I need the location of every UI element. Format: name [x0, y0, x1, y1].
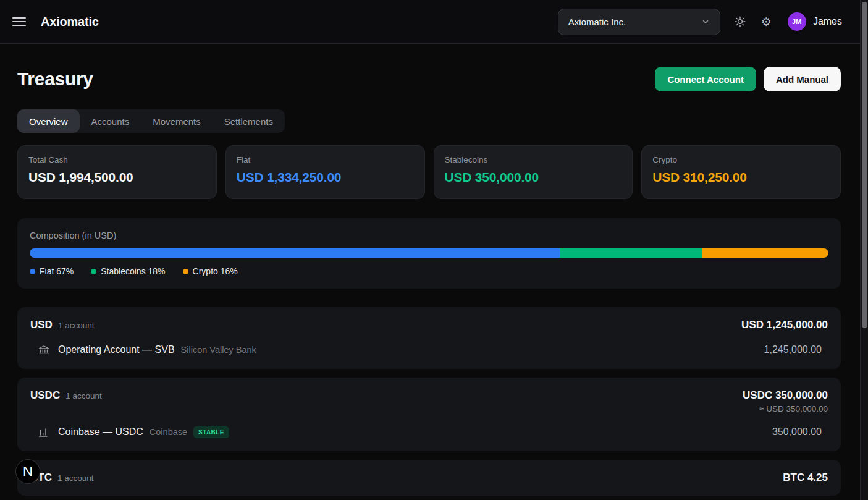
stat-label: Crypto	[652, 155, 830, 164]
account-row-operating-svb[interactable]: Operating Account — SVB Silicon Valley B…	[30, 344, 828, 357]
account-name: Coinbase — USDC	[58, 426, 143, 438]
hamburger-menu-icon[interactable]	[12, 17, 26, 26]
legend-dot	[183, 269, 188, 274]
account-provider: Coinbase	[150, 427, 187, 437]
stable-badge: STABLE	[193, 426, 229, 438]
tab-accounts[interactable]: Accounts	[80, 109, 141, 133]
account-provider: Silicon Valley Bank	[181, 345, 256, 355]
group-header: USDC 1 account USDC 350,000.00 ≈ USD 350…	[30, 389, 828, 413]
composition-title: Composition (in USD)	[30, 231, 828, 240]
app-header: Axiomatic Axiomatic Inc. ⚙ JM James	[0, 0, 868, 44]
tab-settlements[interactable]: Settlements	[213, 109, 285, 133]
group-total: USD 1,245,000.00	[741, 319, 828, 331]
org-selector-dropdown[interactable]: Axiomatic Inc.	[558, 9, 720, 35]
legend-label: Crypto	[193, 266, 218, 276]
page-title: Treasury	[17, 69, 93, 90]
add-manual-button[interactable]: Add Manual	[764, 67, 841, 91]
avatar[interactable]: JM	[788, 12, 806, 31]
bar-chart-icon	[38, 426, 50, 438]
stat-value: USD 1,994,500.00	[28, 170, 206, 185]
composition-legend: Fiat 67% Stablecoins 18% Crypto 16%	[30, 266, 828, 276]
legend-pct: 67%	[56, 266, 74, 276]
main-content: Treasury Connect Account Add Manual Over…	[0, 67, 868, 496]
sun-icon	[734, 15, 746, 28]
gear-icon: ⚙	[761, 16, 772, 28]
account-row-coinbase-usdc[interactable]: Coinbase — USDC Coinbase STABLE 350,000.…	[30, 426, 828, 439]
account-amount: 1,245,000.00	[764, 344, 822, 355]
group-account-count: 1 account	[57, 473, 94, 483]
legend-label: Stablecoins	[101, 266, 145, 276]
org-selector-value: Axiomatic Inc.	[568, 17, 626, 27]
stat-label: Total Cash	[28, 155, 206, 164]
connect-account-button[interactable]: Connect Account	[655, 67, 756, 91]
stat-card-crypto: Crypto USD 310,250.00	[641, 145, 841, 199]
stat-value: USD 1,334,250.00	[237, 170, 414, 185]
stat-value: USD 310,250.00	[652, 170, 830, 185]
page-actions: Connect Account Add Manual	[655, 67, 841, 91]
stat-cards: Total Cash USD 1,994,500.00 Fiat USD 1,3…	[17, 145, 841, 199]
group-header: BTC 1 account BTC 4.25	[30, 472, 828, 484]
group-total: USDC 350,000.00	[743, 389, 828, 402]
currency-group-usdc: USDC 1 account USDC 350,000.00 ≈ USD 350…	[17, 378, 841, 451]
currency-group-btc: BTC 1 account BTC 4.25	[17, 460, 841, 496]
group-currency: USDC	[30, 389, 60, 402]
header-actions: Axiomatic Inc. ⚙ JM James	[558, 9, 842, 35]
composition-segment-crypto	[702, 248, 828, 258]
scrollbar-track[interactable]	[860, 0, 868, 500]
stat-value: USD 350,000.00	[445, 170, 622, 185]
stat-label: Fiat	[237, 155, 414, 164]
legend-pct: 18%	[148, 266, 166, 276]
legend-pct: 16%	[221, 266, 238, 276]
currency-group-usd: USD 1 account USD 1,245,000.00 Operating…	[17, 307, 841, 369]
account-name: Operating Account — SVB	[58, 344, 175, 355]
tab-overview[interactable]: Overview	[17, 109, 80, 133]
stat-card-fiat: Fiat USD 1,334,250.00	[225, 145, 425, 199]
group-total: BTC 4.25	[783, 472, 828, 484]
account-amount: 350,000.00	[772, 426, 822, 438]
stat-label: Stablecoins	[445, 155, 622, 164]
chevron-down-icon	[701, 17, 710, 26]
composition-segment-stablecoins	[560, 248, 702, 258]
group-total-approx: ≈ USD 350,000.00	[743, 404, 828, 413]
stat-card-total-cash: Total Cash USD 1,994,500.00	[17, 145, 217, 199]
theme-toggle-button[interactable]	[734, 15, 746, 28]
user-name[interactable]: James	[813, 16, 842, 27]
legend-item-fiat: Fiat 67%	[30, 266, 74, 276]
legend-label: Fiat	[40, 266, 54, 276]
scrollbar-thumb[interactable]	[862, 2, 867, 328]
legend-dot	[30, 269, 35, 274]
group-account-count: 1 account	[65, 391, 102, 400]
group-currency: USD	[30, 319, 53, 331]
composition-segment-fiat	[30, 248, 560, 258]
tab-movements[interactable]: Movements	[141, 109, 213, 133]
composition-card: Composition (in USD) Fiat 67% Stablecoin…	[17, 218, 841, 289]
page-head: Treasury Connect Account Add Manual	[17, 67, 841, 91]
legend-item-crypto: Crypto 16%	[183, 266, 238, 276]
brand-logo: Axiomatic	[41, 15, 99, 29]
group-header: USD 1 account USD 1,245,000.00	[30, 319, 828, 331]
group-account-count: 1 account	[58, 321, 95, 330]
legend-dot	[91, 269, 96, 274]
bank-icon	[38, 344, 50, 356]
stat-card-stablecoins: Stablecoins USD 350,000.00	[434, 145, 633, 199]
legend-item-stablecoins: Stablecoins 18%	[91, 266, 165, 276]
composition-bar	[30, 248, 828, 258]
settings-button[interactable]: ⚙	[761, 16, 772, 28]
dev-tools-badge[interactable]: N	[15, 459, 40, 484]
tab-bar: Overview Accounts Movements Settlements	[17, 109, 285, 133]
